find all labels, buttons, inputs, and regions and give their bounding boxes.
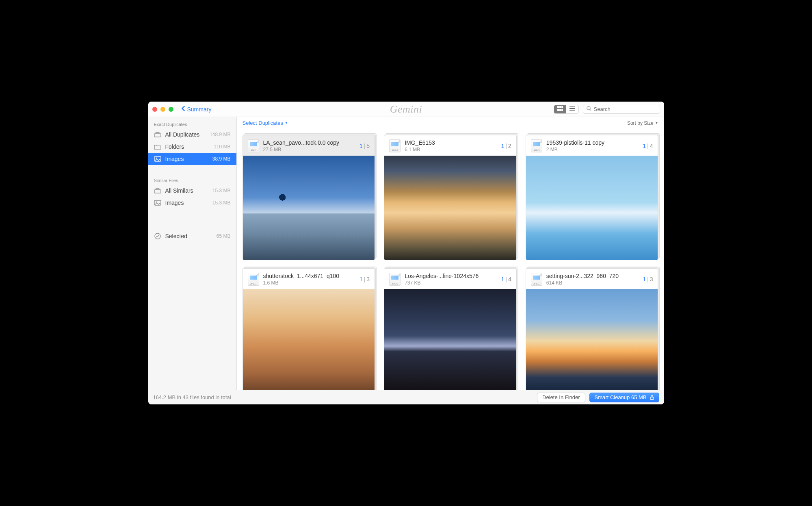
svg-rect-10	[154, 134, 161, 137]
svg-rect-5	[561, 109, 563, 111]
card-count-selected: 1	[643, 143, 646, 149]
image-icon	[154, 200, 161, 206]
card-title: LA_sean_pavo...tock.0.0 copy	[263, 139, 355, 146]
sidebar-item-meta: 65 MB	[217, 233, 231, 239]
stack-icon	[154, 131, 161, 138]
card-titles: LA_sean_pavo...tock.0.0 copy 27.5 MB	[263, 139, 355, 152]
minimize-window-button[interactable]	[160, 107, 165, 112]
duplicate-card[interactable]: JPEG IMG_E6153 6.1 MB 1|2	[384, 135, 517, 260]
card-title: IMG_E6153	[405, 139, 497, 146]
folder-icon	[154, 143, 161, 150]
card-count: 1|2	[501, 143, 511, 149]
sidebar-item-meta: 110 MB	[214, 144, 230, 150]
duplicate-card[interactable]: JPEG shutterstock_1...44x671_q100 1.6 MB…	[243, 268, 375, 390]
zoom-window-button[interactable]	[169, 107, 173, 112]
grid-view-button[interactable]	[554, 105, 566, 113]
card-header: JPEG IMG_E6153 6.1 MB 1|2	[384, 135, 516, 156]
card-inner: JPEG shutterstock_1...44x671_q100 1.6 MB…	[243, 268, 375, 390]
filetype-icon: JPEG	[531, 273, 542, 286]
search-field[interactable]	[583, 105, 660, 114]
select-duplicates-label: Select Duplicates	[243, 120, 283, 126]
svg-point-16	[155, 233, 160, 239]
sidebar-item-similar-images[interactable]: Images 15.3 MB	[148, 197, 236, 209]
back-label: Summary	[187, 106, 212, 113]
card-inner: JPEG setting-sun-2...322_960_720 614 KB …	[526, 268, 658, 390]
delete-in-finder-button[interactable]: Delete In Finder	[537, 393, 585, 402]
svg-rect-17	[650, 397, 654, 400]
card-header: JPEG LA_sean_pavo...tock.0.0 copy 27.5 M…	[243, 135, 375, 156]
sidebar-item-label: Images	[165, 156, 208, 162]
titlebar-right	[554, 105, 660, 114]
filetype-icon: JPEG	[531, 139, 542, 152]
duplicate-card[interactable]: JPEG 19539-pistiolis-11 copy 2 MB 1|4	[526, 135, 658, 260]
card-count: 1|4	[643, 143, 653, 149]
svg-point-12	[156, 158, 157, 159]
card-size: 2 MB	[546, 147, 639, 152]
card-size: 737 KB	[405, 280, 497, 286]
svg-rect-13	[154, 190, 161, 193]
duplicate-card[interactable]: JPEG Los-Angeles-...line-1024x576 737 KB…	[384, 268, 517, 390]
svg-rect-7	[569, 108, 575, 109]
app-window: Summary Gemini	[148, 102, 664, 404]
svg-rect-4	[559, 109, 561, 111]
card-titles: shutterstock_1...44x671_q100 1.6 MB	[263, 273, 355, 286]
search-input[interactable]	[594, 106, 662, 112]
sidebar-item-meta: 148.9 MB	[210, 132, 230, 137]
card-header: JPEG Los-Angeles-...line-1024x576 737 KB…	[384, 269, 516, 289]
sidebar-item-all-duplicates[interactable]: All Duplicates 148.9 MB	[148, 128, 236, 141]
smart-cleanup-label: Smart Cleanup 65 MB	[595, 394, 647, 400]
check-circle-icon	[154, 233, 161, 239]
main-panel: Select Duplicates ▼ Sort by Size ▼ JPEG …	[237, 117, 664, 390]
card-title: shutterstock_1...44x671_q100	[263, 273, 355, 279]
sidebar-item-meta: 15.3 MB	[212, 200, 231, 206]
results-grid: JPEG LA_sean_pavo...tock.0.0 copy 27.5 M…	[237, 129, 664, 390]
select-duplicates-button[interactable]: Select Duplicates ▼	[243, 120, 288, 126]
card-thumbnail	[384, 289, 516, 390]
close-window-button[interactable]	[152, 107, 157, 112]
card-inner: JPEG Los-Angeles-...line-1024x576 737 KB…	[384, 268, 517, 390]
card-titles: Los-Angeles-...line-1024x576 737 KB	[405, 273, 497, 286]
back-button[interactable]: Summary	[179, 105, 214, 113]
main-toolbar: Select Duplicates ▼ Sort by Size ▼	[237, 117, 664, 129]
sidebar-section-title: Similar Files	[148, 176, 236, 185]
sidebar-item-images[interactable]: Images 38.9 MB	[148, 153, 236, 165]
footer: 164.2 MB in 43 files found in total Dele…	[148, 390, 664, 404]
duplicate-card[interactable]: JPEG LA_sean_pavo...tock.0.0 copy 27.5 M…	[243, 135, 375, 260]
card-count-selected: 1	[643, 276, 646, 282]
card-count-total: 3	[366, 276, 370, 282]
sidebar-item-label: Folders	[165, 143, 210, 150]
card-size: 1.6 MB	[263, 280, 355, 286]
list-view-button[interactable]	[566, 105, 578, 113]
sidebar-item-meta: 15.3 MB	[212, 188, 231, 193]
svg-rect-2	[561, 106, 563, 108]
card-inner: JPEG 19539-pistiolis-11 copy 2 MB 1|4	[526, 135, 658, 260]
sidebar-item-selected[interactable]: Selected 65 MB	[148, 230, 236, 242]
chevron-down-icon: ▼	[655, 122, 658, 125]
card-count-total: 2	[508, 143, 511, 149]
smart-cleanup-button[interactable]: Smart Cleanup 65 MB	[589, 393, 659, 402]
chevron-left-icon	[182, 106, 186, 113]
card-header: JPEG setting-sun-2...322_960_720 614 KB …	[526, 269, 658, 289]
card-count-selected: 1	[359, 276, 363, 282]
svg-rect-8	[569, 110, 575, 111]
card-count: 1|3	[359, 276, 370, 282]
card-header: JPEG 19539-pistiolis-11 copy 2 MB 1|4	[526, 135, 658, 156]
card-size: 614 KB	[546, 280, 639, 286]
lock-icon	[650, 395, 654, 400]
content-body: Exact Duplicates All Duplicates 148.9 MB…	[148, 117, 664, 390]
duplicate-card[interactable]: JPEG setting-sun-2...322_960_720 614 KB …	[526, 268, 658, 390]
card-titles: setting-sun-2...322_960_720 614 KB	[546, 273, 639, 286]
card-thumbnail	[526, 156, 658, 260]
sort-button[interactable]: Sort by Size ▼	[627, 120, 658, 126]
svg-rect-3	[557, 109, 559, 111]
view-switcher	[554, 105, 579, 114]
card-count-total: 4	[650, 143, 653, 149]
sidebar-item-folders[interactable]: Folders 110 MB	[148, 141, 236, 153]
sidebar-item-all-similars[interactable]: All Similars 15.3 MB	[148, 185, 236, 197]
sidebar-section-title: Exact Duplicates	[148, 119, 236, 128]
filetype-icon: JPEG	[389, 139, 401, 152]
card-count-total: 5	[366, 143, 370, 149]
grid-icon	[557, 106, 563, 112]
svg-rect-6	[569, 106, 575, 107]
chevron-down-icon: ▼	[285, 122, 288, 125]
